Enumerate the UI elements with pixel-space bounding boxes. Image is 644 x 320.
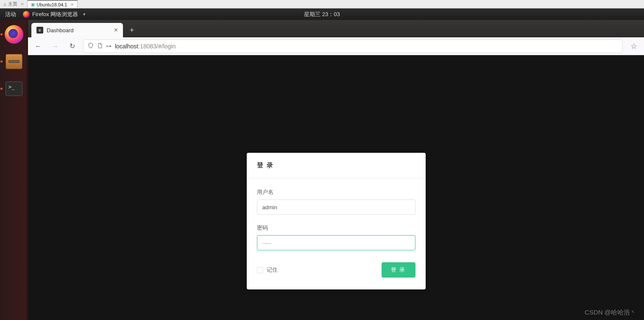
remember-checkbox[interactable] xyxy=(257,267,263,273)
star-icon: ☆ xyxy=(630,42,637,51)
watermark: CSDN @哈哈浩丶 xyxy=(585,309,636,317)
dock-item-files[interactable] xyxy=(4,51,24,72)
password-group: 密码 xyxy=(257,224,415,250)
key-icon: ⊶ xyxy=(106,43,112,49)
browser-tab-title: Dashboard xyxy=(47,27,74,34)
reload-button[interactable]: ↻ xyxy=(66,40,78,52)
app-menu-label: Firefox 网络浏览器 xyxy=(32,11,78,18)
gnome-top-bar: 活动 Firefox 网络浏览器 ▼ 星期三 23：03 xyxy=(0,8,644,20)
login-card: 登 录 用户名 密码 记住 xyxy=(247,153,426,289)
page-icon xyxy=(97,43,103,50)
url-text: localhost:18083/#/login xyxy=(115,43,176,50)
close-icon[interactable]: × xyxy=(70,1,74,8)
vm-host-tab-bar: ⌂ 主页 × ▣ Ubuntu18.04.1 × xyxy=(0,0,644,8)
plus-icon: + xyxy=(130,26,134,35)
firefox-icon xyxy=(5,25,23,44)
monitor-icon: ▣ xyxy=(31,2,35,7)
login-title: 登 录 xyxy=(247,153,426,178)
dock-item-terminal[interactable]: >_ xyxy=(4,79,24,99)
chevron-down-icon: ▼ xyxy=(82,12,86,17)
arrow-right-icon: → xyxy=(52,42,59,50)
url-input[interactable]: ⊶ localhost:18083/#/login xyxy=(83,39,623,53)
url-host: localhost xyxy=(115,43,138,50)
login-footer: 记住 登 录 xyxy=(257,262,415,278)
activities-button[interactable]: 活动 xyxy=(5,11,16,18)
reload-icon: ↻ xyxy=(70,42,75,50)
forward-button[interactable]: → xyxy=(49,40,61,52)
vm-tab-home[interactable]: ⌂ 主页 × xyxy=(0,0,28,8)
url-path: :18083/#/login xyxy=(138,43,176,50)
terminal-icon: >_ xyxy=(6,81,22,96)
shield-icon xyxy=(88,42,94,50)
close-icon[interactable]: × xyxy=(114,26,118,34)
username-group: 用户名 xyxy=(257,188,415,215)
vm-tab-home-label: 主页 xyxy=(8,1,17,7)
browser-tab[interactable]: ≡ Dashboard × xyxy=(31,23,123,37)
arrow-left-icon: ← xyxy=(35,42,42,50)
files-icon xyxy=(6,54,22,69)
close-icon[interactable]: × xyxy=(21,1,24,7)
app-menu[interactable]: Firefox 网络浏览器 ▼ xyxy=(23,11,86,18)
back-button[interactable]: ← xyxy=(32,40,44,52)
login-body: 用户名 密码 记住 登 录 xyxy=(247,178,426,289)
browser-tab-strip: ≡ Dashboard × + xyxy=(28,20,644,37)
remember-group: 记住 xyxy=(257,266,278,274)
dock-item-firefox[interactable] xyxy=(4,24,24,45)
dashboard-favicon: ≡ xyxy=(36,27,43,34)
username-label: 用户名 xyxy=(257,188,415,196)
home-icon: ⌂ xyxy=(3,2,6,7)
firefox-icon xyxy=(23,11,30,18)
clock[interactable]: 星期三 23：03 xyxy=(304,11,340,18)
vm-tab-guest[interactable]: ▣ Ubuntu18.04.1 × xyxy=(28,0,78,8)
password-label: 密码 xyxy=(257,224,415,232)
activities-label: 活动 xyxy=(5,11,16,17)
login-button-label: 登 录 xyxy=(391,267,406,273)
clock-text: 星期三 23：03 xyxy=(304,11,340,17)
browser-window: ≡ Dashboard × + ← → ↻ xyxy=(28,20,644,320)
address-bar: ← → ↻ ⊶ localhost:18083/#/login xyxy=(28,37,644,55)
login-button[interactable]: 登 录 xyxy=(382,262,415,278)
desktop: >_ ≡ Dashboard × + ← → ↻ xyxy=(0,20,644,320)
bookmark-button[interactable]: ☆ xyxy=(628,42,640,51)
username-input[interactable] xyxy=(257,199,415,215)
remember-label: 记住 xyxy=(267,266,278,274)
new-tab-button[interactable]: + xyxy=(125,24,138,36)
dock: >_ xyxy=(0,20,28,320)
page-content: 登 录 用户名 密码 记住 xyxy=(28,55,644,320)
password-input[interactable] xyxy=(257,235,415,250)
vm-tab-guest-label: Ubuntu18.04.1 xyxy=(36,2,67,7)
